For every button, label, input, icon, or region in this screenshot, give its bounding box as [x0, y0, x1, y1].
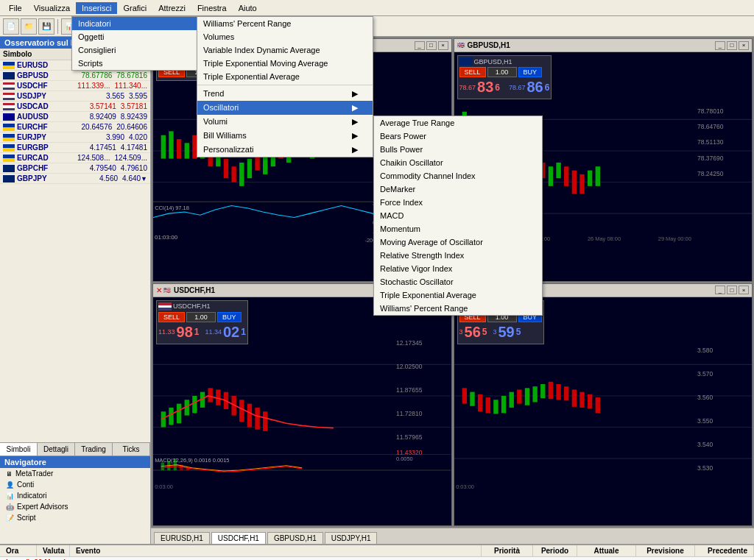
osc-commodity-channel-index[interactable]: Commodity Channel Index — [374, 169, 542, 182]
chart-tab-eurusd[interactable]: EURUSD,H1 — [154, 532, 210, 544]
chart-tab-usdchf[interactable]: USDCHF,H1 — [211, 532, 266, 544]
chart-gbpusd-buy-big: 86 — [527, 79, 543, 96]
submenu-ind-trend-label: Trend — [203, 89, 224, 99]
chart-eurusd-minimize[interactable]: _ — [415, 41, 425, 50]
osc-momentum[interactable]: Momentum — [374, 222, 542, 235]
osc-average-true-range[interactable]: Average True Range — [374, 116, 542, 130]
submenu-ind-williams-pct[interactable]: Williams' Percent Range — [197, 17, 373, 30]
svg-text:78.64760: 78.64760 — [697, 123, 723, 130]
chart-tab-usdjpy[interactable]: USDJPY,H1 — [325, 532, 378, 544]
svg-rect-14 — [231, 166, 236, 182]
chart-gbpusd-title: GBPUSD,H1 — [468, 41, 716, 49]
submenu-ind-oscillatori[interactable]: Oscillatori ▶ — [197, 101, 373, 115]
chart-usdchf-buy-btn[interactable]: BUY — [217, 312, 242, 322]
menu-file[interactable]: File — [3, 2, 28, 14]
chart-gbpusd-trade-flag — [459, 57, 473, 65]
symbol-row-eurjpy[interactable]: EURJPY 3.990 4.020 — [0, 132, 150, 143]
svg-rect-63 — [595, 166, 599, 186]
toolbar-btn-open[interactable]: 📁 — [21, 18, 37, 35]
toolbar-btn-save[interactable]: 💾 — [38, 18, 54, 35]
menu-bar: File Visualizza Inserisci Grafici Attrez… — [0, 0, 754, 16]
osc-relative-vigor-index[interactable]: Relative Vigor Index — [374, 262, 542, 275]
chart-eurusd-restore[interactable]: □ — [426, 41, 437, 50]
chart-usdjpy-minimize[interactable]: _ — [715, 286, 725, 294]
menu-grafici[interactable]: Grafici — [117, 2, 152, 14]
submenu-ind-triple-exp-avg[interactable]: Triple Exponential Average — [197, 70, 373, 83]
osc-bulls-power[interactable]: Bulls Power — [374, 143, 542, 156]
chart-tab-gbpusd[interactable]: GBPUSD,H1 — [267, 532, 323, 544]
svg-text:3.530: 3.530 — [697, 464, 713, 472]
toolbar-btn-new[interactable]: 📄 — [3, 18, 19, 35]
osc-demarker[interactable]: DeMarker — [374, 182, 542, 196]
nav-indicatori[interactable]: 📊 Indicatori — [0, 490, 150, 501]
chart-usdjpy-sell-main: 3 — [459, 328, 463, 336]
submenu-ind-bill-williams[interactable]: Bill Williams ▶ — [197, 129, 373, 143]
calendar-content: Ora Valuta Evento Priorità Periodo Attua… — [0, 545, 754, 560]
symbol-row-eurgbp[interactable]: EURGBP 4.17451 4.17481 — [0, 143, 150, 153]
submenu-ind-variable-index[interactable]: Variable Index Dynamic Average — [197, 43, 373, 57]
chart-usdjpy-restore[interactable]: □ — [727, 286, 737, 294]
symbol-row-eurchf[interactable]: EURCHF 20.64576 20.64606 — [0, 122, 150, 132]
menu-inserisci[interactable]: Inserisci — [76, 2, 117, 14]
tab-simboli[interactable]: Simboli — [0, 443, 38, 456]
symbol-row-audusd[interactable]: AUDUSD 8.92409 8.92439 — [0, 112, 150, 122]
svg-rect-131 — [595, 397, 599, 413]
submenu-ind-personalizzati[interactable]: Personalizzati ▶ — [197, 143, 373, 157]
chart-usdchf-lot-input[interactable] — [186, 312, 216, 322]
svg-rect-7 — [177, 139, 181, 159]
submenu-sep-1 — [197, 85, 373, 85]
symbol-row-usdcad[interactable]: USDCAD 3.57141 3.57181 — [0, 102, 150, 112]
chart-usdchf-sell-btn[interactable]: SELL — [158, 312, 185, 322]
menu-attrezzi[interactable]: Attrezzi — [152, 2, 191, 14]
symbol-row-eurcad[interactable]: EURCAD 124.508... 124.509... — [0, 153, 150, 163]
submenu-ind-triple-exp-moving[interactable]: Triple Exponential Moving Average — [197, 57, 373, 70]
chart-gbpusd-minimize[interactable]: _ — [715, 41, 725, 50]
osc-force-index[interactable]: Force Index — [374, 196, 542, 209]
svg-rect-57 — [548, 166, 552, 186]
menu-visualizza[interactable]: Visualizza — [28, 2, 76, 14]
tab-dettagli[interactable]: Dettagli — [38, 443, 75, 456]
chart-gbpusd-sell-btn[interactable]: SELL — [459, 67, 486, 77]
symbol-row-gbpchf[interactable]: GBPCHF 4.79540 4.79610 — [0, 163, 150, 174]
tab-trading[interactable]: Trading — [75, 443, 113, 456]
flag-usdcad — [3, 103, 15, 110]
osc-stochastic-oscillator[interactable]: Stochastic Oscillator — [374, 275, 542, 288]
submenu-ind-volumi[interactable]: Volumi ▶ — [197, 115, 373, 129]
osc-triple-exponential-avg[interactable]: Triple Exponential Average — [374, 288, 542, 302]
chart-gbpusd-close[interactable]: × — [739, 41, 749, 50]
osc-chaikin-oscillator[interactable]: Chaikin Oscillator — [374, 156, 542, 169]
nav-metatrader[interactable]: 🖥 MetaTrader — [0, 468, 150, 479]
chart-gbpusd-restore[interactable]: □ — [727, 41, 737, 50]
osc-macd[interactable]: MACD — [374, 209, 542, 222]
panel-tabs: Simboli Dettagli Trading Ticks — [0, 442, 150, 456]
submenu-ind-volumes[interactable]: Volumes — [197, 30, 373, 43]
osc-relative-strength-index[interactable]: Relative Strength Index — [374, 249, 542, 262]
chart-eurusd-close[interactable]: × — [438, 41, 448, 50]
osc-bears-power[interactable]: Bears Power — [374, 130, 542, 143]
svg-rect-60 — [571, 171, 576, 194]
nav-expert-advisors[interactable]: 🤖 Expert Advisors — [0, 501, 150, 512]
symbol-row-gbpjpy[interactable]: GBPJPY 4.560 4.640 ▼ — [0, 174, 150, 184]
sym-name-gbpusd: GBPUSD — [17, 71, 82, 79]
flag-eurgbp — [3, 144, 15, 152]
chart-gbpusd-buy-btn[interactable]: BUY — [518, 67, 543, 77]
svg-rect-91 — [263, 411, 267, 431]
nav-script[interactable]: 📝 Script — [0, 512, 150, 523]
symbol-row-gbpusd[interactable]: GBPUSD 78.67786 78.67816 — [0, 71, 150, 81]
osc-williams-pct-range[interactable]: Williams' Percent Range — [374, 302, 542, 315]
symbol-row-usdchf[interactable]: USDCHF 111.339... 111.340... — [0, 81, 150, 91]
svg-rect-122 — [524, 388, 529, 405]
nav-conti[interactable]: 👤 Conti — [0, 479, 150, 490]
symbol-row-usdjpy[interactable]: USDJPY 3.565 3.595 — [0, 91, 150, 102]
tab-ticks[interactable]: Ticks — [113, 443, 150, 456]
menu-aiuto[interactable]: Aiuto — [233, 2, 263, 14]
chart-usdjpy-close[interactable]: × — [739, 286, 749, 294]
osc-moving-avg-oscillator[interactable]: Moving Average of Oscillator — [374, 235, 542, 249]
svg-rect-117 — [485, 397, 490, 413]
svg-text:3.550: 3.550 — [697, 417, 713, 425]
menu-finestra[interactable]: Finestra — [191, 2, 233, 14]
flag-eurchf — [3, 124, 15, 131]
chart-gbpusd-lot-input[interactable] — [487, 67, 517, 77]
submenu-ind-trend[interactable]: Trend ▶ — [197, 87, 373, 101]
svg-rect-129 — [579, 391, 584, 407]
